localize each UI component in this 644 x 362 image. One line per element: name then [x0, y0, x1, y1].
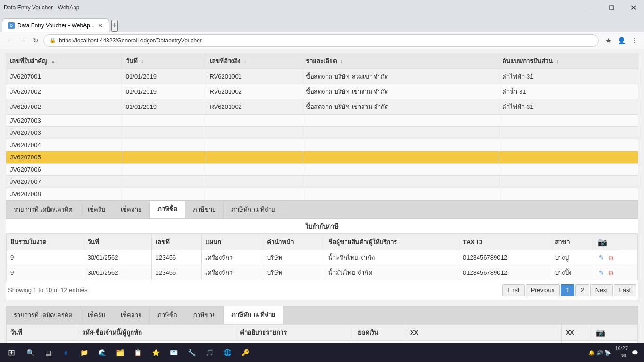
taskbar-app7[interactable]: 🌐 [219, 344, 236, 361]
minimize-button[interactable]: – [579, 0, 601, 15]
cell-6-3 [302, 151, 498, 164]
cell-4-0: JV6207003 [6, 127, 122, 139]
taskbar-app5[interactable]: 🔧 [183, 344, 200, 361]
col-header-template[interactable]: ต้นแบบ/การปันส่วน ↕ [498, 53, 638, 69]
table-row[interactable]: JV6207008 [6, 188, 638, 200]
upper-tab-0[interactable]: รายการที่ เดบิต/เครดิต [6, 201, 80, 218]
pagination-info: Showing 1 to 10 of 12 entries [8, 287, 87, 294]
cell-5-1 [122, 139, 206, 151]
lower-tab-2[interactable]: เช็คจ่าย [113, 306, 150, 324]
cell-3-4 [498, 115, 638, 127]
taskbar-taskview[interactable]: ▦ [40, 344, 57, 361]
lower-tab-4[interactable]: ภาษีขาย [185, 306, 224, 324]
close-button[interactable]: ✕ [622, 0, 644, 15]
page-btn-first[interactable]: First [502, 284, 524, 296]
taskbar-folder[interactable]: 📁 [75, 344, 92, 361]
bookmark-button[interactable]: ★ [603, 35, 614, 46]
tab-close-button[interactable]: ✕ [98, 22, 103, 29]
page-btn-previous[interactable]: Previous [526, 284, 560, 296]
back-button[interactable]: ← [4, 35, 15, 46]
lower-tab-5[interactable]: ภาษีหัก ณ ที่จ่าย [224, 306, 283, 324]
page-btn-1[interactable]: 1 [561, 284, 574, 296]
table-row[interactable]: JV620700101/01/2019RV6201001ซื้อสดจาก บร… [6, 69, 638, 84]
address-bar[interactable]: 🔒 https://localhost:44323/GeneralLedger/… [43, 34, 599, 47]
upper-col-date: วันที่ [83, 234, 151, 250]
table-row[interactable]: JV6207005 [6, 151, 638, 164]
upper-cell-0-3: เครื่องจักร [201, 250, 263, 265]
camera-icon-lower[interactable]: 📷 [596, 328, 605, 337]
page-btn-next[interactable]: Next [590, 284, 613, 296]
taskbar-app4[interactable]: 📧 [165, 344, 182, 361]
table-row[interactable]: JV6207006 [6, 164, 638, 176]
cell-4-3 [302, 127, 498, 139]
sort-icon-detail: ↕ [340, 59, 343, 64]
cell-5-4 [498, 139, 638, 151]
browser-action-buttons: ★ 👤 ⋮ [603, 35, 640, 46]
upper-section-title: ใบกำกับภาษี [6, 219, 638, 234]
taskbar-edge[interactable]: 🌊 [93, 344, 110, 361]
new-tab-button[interactable]: + [111, 20, 118, 32]
lower-tab-0[interactable]: รายการที่ เดบิต/เครดิต [6, 306, 80, 324]
taskbar-search[interactable]: 🔍 [22, 344, 39, 361]
table-row[interactable]: JV6207003 [6, 127, 638, 139]
taskbar-notification[interactable]: 🗨️ [632, 350, 638, 356]
upper-col-actions: 📷 [594, 234, 638, 250]
cell-1-4: ค่าน้ำ-31 [498, 84, 638, 99]
upper-cell-0-5: น้ำพริกไทย จำกัด [324, 250, 459, 265]
upper-cell-0-1: 30/01/2562 [83, 250, 151, 265]
refresh-button[interactable]: ↻ [30, 35, 41, 46]
browser-tab-bar: D Data Entry Voucher - WebAp... ✕ + [0, 15, 644, 32]
cell-1-0: JV6207002 [6, 84, 122, 99]
taskbar-ie[interactable]: e [58, 344, 74, 361]
edit-button-upper-1[interactable]: ✎ [598, 268, 605, 278]
upper-col-yuen: ยืนรวมในงวด [7, 234, 83, 250]
table-row[interactable]: JV6207007 [6, 176, 638, 188]
cell-7-4 [498, 164, 638, 176]
table-row[interactable]: JV620700201/01/2019RV6201002ซื้อสดจาก บร… [6, 99, 638, 115]
col-header-ref[interactable]: เลขที่อ้างอิง ↕ [206, 53, 302, 69]
active-tab[interactable]: D Data Entry Voucher - WebAp... ✕ [2, 18, 109, 32]
upper-cell-1-3: เครื่องจักร [201, 265, 263, 280]
lower-inner-table: วันที่ รหัส-ชื่อเจ้าหนี้/ผู้ถูกหัก คำอธิ… [6, 324, 638, 343]
upper-tab-5[interactable]: ภาษีหัก ณ ที่จ่าย [224, 201, 283, 218]
edit-button-upper-0[interactable]: ✎ [598, 253, 605, 263]
delete-button-upper-0[interactable]: ⊖ [607, 253, 615, 263]
profile-button[interactable]: 👤 [616, 35, 627, 46]
upper-tab-3[interactable]: ภาษีซื้อ [150, 201, 185, 218]
camera-icon-upper[interactable]: 📷 [598, 238, 607, 247]
col-header-voucher-id[interactable]: เลขที่ใบสำคัญ ▲ [6, 53, 122, 69]
taskbar-app8[interactable]: 🔑 [237, 344, 254, 361]
lower-tab-1[interactable]: เช็ครับ [80, 306, 113, 324]
taskbar: ⊞ 🔍 ▦ e 📁 🌊 🗂️ 📋 ⭐ 📧 🔧 🎵 🌐 🔑 🔔 🔊 📡 16:27… [0, 343, 644, 362]
upper-tab-1[interactable]: เช็ครับ [80, 201, 113, 218]
table-row[interactable]: JV620700201/01/2019RV6201002ซื้อสดจาก บร… [6, 84, 638, 99]
upper-cell-1-4: บริษัท [263, 265, 324, 280]
lower-tab-3[interactable]: ภาษีซื้อ [150, 306, 185, 324]
forward-button[interactable]: → [17, 35, 28, 46]
upper-tab-4[interactable]: ภาษีขาย [185, 201, 224, 218]
lower-col-xx1: XX [406, 325, 561, 341]
page-btn-last[interactable]: Last [614, 284, 636, 296]
start-button[interactable]: ⊞ [2, 343, 21, 362]
voucher-table: เลขที่ใบสำคัญ ▲ วันที่ ↕ เลขที่อ้างอิง ↕… [6, 53, 638, 200]
cell-6-2 [206, 151, 302, 164]
taskbar-app3[interactable]: ⭐ [147, 344, 164, 361]
upper-tab-2[interactable]: เช็คจ่าย [113, 201, 150, 218]
maximize-button[interactable]: □ [601, 0, 622, 15]
col-header-detail[interactable]: รายละเอียด ↕ [302, 53, 498, 69]
taskbar-app6[interactable]: 🎵 [201, 344, 218, 361]
taskbar-app2[interactable]: 📋 [129, 344, 146, 361]
delete-button-upper-1[interactable]: ⊖ [607, 268, 615, 278]
taskbar-app1[interactable]: 🗂️ [111, 344, 128, 361]
upper-cell-0-2: 123456 [151, 250, 201, 265]
table-row[interactable]: JV6207003 [6, 115, 638, 127]
table-row[interactable]: JV6207004 [6, 139, 638, 151]
cell-9-1 [122, 188, 206, 200]
col-header-date[interactable]: วันที่ ↕ [122, 53, 206, 69]
page-btn-2[interactable]: 2 [575, 284, 589, 296]
lower-col-amount: ยอดเงิน [354, 325, 406, 341]
cell-3-2 [206, 115, 302, 127]
cell-2-4: ค่าไฟฟ้า-31 [498, 99, 638, 115]
menu-button[interactable]: ⋮ [629, 35, 640, 46]
upper-actions-0: ✎ ⊖ [594, 250, 638, 265]
